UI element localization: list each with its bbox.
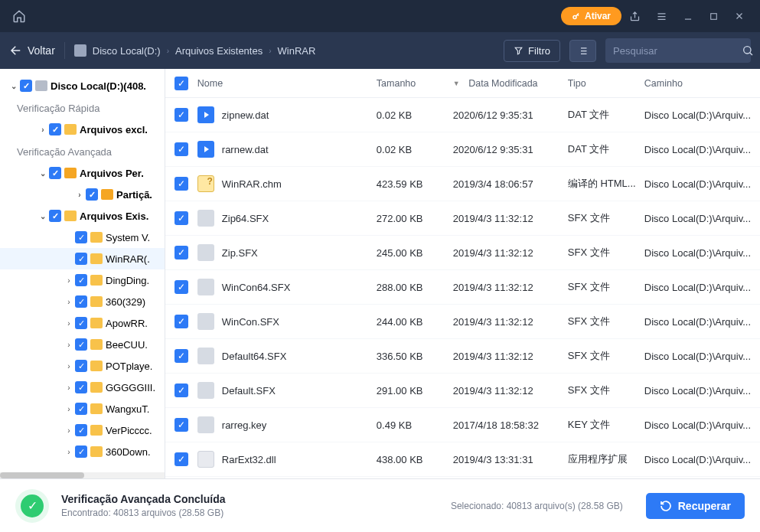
table-row[interactable]: Default.SFX291.00 KB2019/4/3 11:32:12SFX…: [165, 374, 760, 408]
table-row[interactable]: Zip.SFX245.00 KB2019/4/3 11:32:12SFX 文件D…: [165, 236, 760, 270]
tree-item[interactable]: WinRAR(.: [0, 248, 165, 269]
checkbox[interactable]: [75, 274, 87, 286]
row-checkbox[interactable]: [175, 452, 188, 466]
col-type[interactable]: Tipo: [568, 78, 644, 89]
chevron-right-icon[interactable]: ›: [63, 448, 75, 456]
chevron-down-icon[interactable]: ⌄: [37, 169, 49, 178]
crumb-1[interactable]: Arquivos Existentes: [175, 45, 263, 57]
table-row[interactable]: WinCon.SFX244.00 KB2019/4/3 11:32:12SFX …: [165, 305, 760, 339]
row-checkbox[interactable]: [175, 349, 188, 363]
tree-label: ApowRR.: [106, 318, 148, 329]
chevron-down-icon[interactable]: ⌄: [37, 212, 49, 220]
row-checkbox[interactable]: [175, 315, 188, 328]
checkbox[interactable]: [75, 338, 87, 351]
tree-item[interactable]: › Arquivos excl.: [0, 119, 165, 140]
file-type: SFX 文件: [568, 349, 644, 363]
home-icon[interactable]: [8, 5, 31, 28]
row-checkbox[interactable]: [175, 211, 188, 225]
tree-item[interactable]: › Partiçã.: [0, 184, 165, 205]
col-path[interactable]: Caminho: [644, 78, 751, 89]
checkbox[interactable]: [49, 210, 61, 222]
chevron-right-icon[interactable]: ›: [63, 276, 75, 285]
row-checkbox[interactable]: [175, 280, 188, 294]
tree-label: WinRAR(.: [106, 253, 150, 265]
tree-item[interactable]: ›POTplaye.: [0, 355, 165, 377]
chevron-right-icon[interactable]: ›: [63, 298, 75, 306]
folder-icon: [90, 403, 103, 414]
table-row[interactable]: RarExt32.dll438.00 KB2019/4/3 13:31:31应用…: [165, 442, 760, 477]
table-row[interactable]: Default64.SFX336.50 KB2019/4/3 11:32:12S…: [165, 339, 760, 374]
checkbox[interactable]: [75, 446, 87, 458]
checkbox[interactable]: [75, 424, 87, 436]
chevron-right-icon[interactable]: ›: [63, 319, 75, 328]
checkbox[interactable]: [86, 188, 98, 201]
close-icon[interactable]: [726, 6, 752, 26]
tree-item[interactable]: ›BeeCUU.: [0, 334, 165, 355]
checkbox[interactable]: [75, 360, 87, 372]
row-checkbox[interactable]: [175, 383, 188, 397]
tree-item[interactable]: ›ApowRR.: [0, 312, 165, 334]
tree-item[interactable]: ›360(329): [0, 291, 165, 312]
activate-button[interactable]: Ativar: [561, 7, 621, 25]
tree-item[interactable]: ›360Down.: [0, 441, 165, 462]
minimize-icon[interactable]: [675, 6, 701, 26]
chevron-right-icon[interactable]: ›: [73, 191, 86, 199]
crumb-0[interactable]: Disco Local(D:): [93, 45, 161, 57]
list-view-button[interactable]: [569, 40, 596, 62]
chevron-right-icon[interactable]: ›: [63, 362, 75, 370]
table-row[interactable]: rarnew.dat0.02 KB2020/6/12 9:35:31DAT 文件…: [165, 132, 760, 167]
table-row[interactable]: WinRAR.chm423.59 KB2019/3/4 18:06:57编译的 …: [165, 167, 760, 201]
filter-button[interactable]: Filtro: [504, 40, 560, 62]
search-input[interactable]: [605, 38, 751, 63]
share-icon[interactable]: [621, 6, 648, 27]
tree-item[interactable]: ›VerPicccc.: [0, 419, 165, 441]
table-row[interactable]: zipnew.dat0.02 KB2020/6/12 9:35:31DAT 文件…: [165, 98, 760, 132]
tree-item[interactable]: ⌄ Arquivos Per.: [0, 162, 165, 184]
checkbox[interactable]: [75, 403, 87, 415]
checkbox[interactable]: [49, 123, 61, 135]
tree-item[interactable]: ›GGGGGIII.: [0, 377, 165, 398]
tree-item[interactable]: ›DingDing.: [0, 269, 165, 291]
chevron-right-icon[interactable]: ›: [63, 405, 75, 413]
col-date[interactable]: ▼ Data Modificada: [453, 78, 568, 89]
table-row[interactable]: rarreg.key0.49 KB2017/4/18 18:58:32KEY 文…: [165, 408, 760, 442]
chevron-down-icon[interactable]: ⌄: [8, 82, 20, 90]
row-checkbox[interactable]: [175, 108, 188, 122]
col-name[interactable]: Nome: [197, 78, 377, 89]
row-checkbox[interactable]: [175, 418, 188, 432]
chevron-right-icon[interactable]: ›: [37, 126, 49, 134]
row-checkbox[interactable]: [175, 246, 188, 259]
table-row[interactable]: WinCon64.SFX288.00 KB2019/4/3 11:32:12SF…: [165, 270, 760, 305]
tree-item[interactable]: ›WangxuT.: [0, 398, 165, 419]
back-button[interactable]: Voltar: [9, 44, 55, 57]
recover-button[interactable]: Recuperar: [646, 493, 745, 519]
menu-icon[interactable]: [648, 6, 675, 27]
checkbox[interactable]: [75, 317, 87, 329]
scrollbar[interactable]: [0, 472, 165, 478]
chevron-right-icon[interactable]: ›: [63, 383, 75, 392]
file-size: 336.50 KB: [377, 351, 453, 362]
checkbox[interactable]: [49, 167, 61, 179]
checkbox[interactable]: [75, 295, 87, 308]
checkbox[interactable]: [20, 80, 32, 92]
col-size[interactable]: Tamanho: [377, 78, 453, 89]
file-name: WinCon64.SFX: [222, 282, 291, 293]
checkbox[interactable]: [75, 253, 87, 265]
row-checkbox[interactable]: [175, 177, 188, 191]
toolbar: Voltar Disco Local(D:) › Arquivos Existe…: [0, 32, 760, 69]
tree-item[interactable]: System V.: [0, 227, 165, 248]
maximize-icon[interactable]: [701, 7, 726, 26]
row-checkbox[interactable]: [175, 142, 188, 156]
checkbox[interactable]: [75, 381, 87, 393]
file-name: Default.SFX: [222, 385, 276, 397]
table-row[interactable]: Zip64.SFX272.00 KB2019/4/3 11:32:12SFX 文…: [165, 201, 760, 236]
tree-root[interactable]: ⌄ Disco Local(D:)(408.: [0, 75, 165, 96]
chevron-right-icon[interactable]: ›: [63, 341, 75, 349]
search-field[interactable]: [613, 45, 742, 57]
checkbox[interactable]: [75, 231, 87, 243]
select-all-checkbox[interactable]: ✓: [175, 77, 188, 90]
tree-item[interactable]: ⌄ Arquivos Exis.: [0, 205, 165, 227]
chevron-right-icon[interactable]: ›: [63, 426, 75, 435]
search-icon[interactable]: [742, 44, 754, 57]
crumb-2[interactable]: WinRAR: [278, 45, 316, 57]
